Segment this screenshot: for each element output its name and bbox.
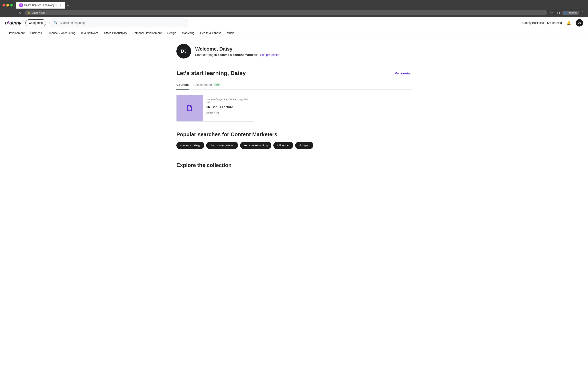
new-badge: New xyxy=(213,83,221,86)
browser-toolbar: ← → ↻ 🔒 udemy.com ☆ ⊟ 👤 Incognito ⋮ xyxy=(0,8,588,17)
tab-title: Online Courses - Learn Anythi... xyxy=(24,4,57,7)
incognito-label: Incognito xyxy=(568,11,577,14)
my-learning-link[interactable]: My learning xyxy=(395,72,412,75)
reload-button[interactable]: ↻ xyxy=(17,10,23,16)
welcome-heading: Welcome, Daisy xyxy=(195,46,280,52)
nav-office[interactable]: Office Productivity xyxy=(101,29,130,37)
nav-health[interactable]: Health & Fitness xyxy=(198,29,224,37)
welcome-avatar: DJ xyxy=(176,44,191,58)
lock-icon: 🔒 xyxy=(27,11,30,14)
welcome-subtext: Start learning to become a content marke… xyxy=(195,53,280,57)
course-info: Modern Copywriting: Writing copy that se… xyxy=(203,95,254,121)
search-icon: 🔍 xyxy=(54,21,58,25)
tab-close-button[interactable]: × xyxy=(59,3,62,7)
welcome-become: become xyxy=(218,53,229,57)
welcome-subtext-start: Start learning to xyxy=(195,53,218,57)
category-nav: Development Business Finance & Accountin… xyxy=(0,29,588,37)
udemy-logo[interactable]: udemy xyxy=(5,20,21,26)
learning-section: Let's start learning, Daisy My learning … xyxy=(172,63,416,122)
search-input[interactable]: Search for anything xyxy=(60,21,184,25)
nav-marketing[interactable]: Marketing xyxy=(179,29,197,37)
explore-collection-section: Explore the collection xyxy=(172,152,416,168)
welcome-section: DJ Welcome, Daisy Start learning to beco… xyxy=(172,37,416,63)
tag-influencer[interactable]: influencer xyxy=(273,142,293,149)
nav-development[interactable]: Development xyxy=(5,29,27,37)
welcome-profession: content marketer xyxy=(233,53,258,57)
nav-music[interactable]: Music xyxy=(224,29,237,37)
user-avatar[interactable]: DJ xyxy=(576,19,583,26)
course-document-icon: 🗋 xyxy=(186,104,194,113)
nav-business[interactable]: Business xyxy=(27,29,45,37)
course-meta: Article • 1m xyxy=(207,111,251,114)
nav-design[interactable]: Design xyxy=(164,29,179,37)
learning-header: Let's start learning, Daisy My learning xyxy=(176,70,412,76)
welcome-subtext-mid: a xyxy=(230,53,233,57)
active-tab[interactable]: U Online Courses - Learn Anythi... × xyxy=(16,2,65,8)
popular-searches-section: Popular searches for Content Marketers c… xyxy=(172,122,416,149)
window-controls xyxy=(2,4,13,7)
course-card[interactable]: 🗋 Modern Copywriting: Writing copy that … xyxy=(176,95,254,122)
search-tags-row: content strategy blog content writing se… xyxy=(176,142,412,149)
url-text: udemy.com xyxy=(32,11,45,14)
avatar-icon: 👤 xyxy=(564,11,567,14)
notification-button[interactable]: 🔔 xyxy=(565,19,572,26)
address-bar[interactable]: 🔒 udemy.com xyxy=(25,10,547,15)
tab-courses[interactable]: Courses xyxy=(176,81,189,90)
tag-vlogging[interactable]: vlogging xyxy=(295,142,313,149)
incognito-badge[interactable]: 👤 Incognito xyxy=(562,11,579,15)
categories-button[interactable]: Categories xyxy=(25,19,46,26)
nav-personal-dev[interactable]: Personal Development xyxy=(130,29,164,37)
tag-blog-content-writing[interactable]: blog content writing xyxy=(206,142,238,149)
maximize-window-button[interactable] xyxy=(10,4,13,7)
toolbar-actions: ☆ ⊟ 👤 Incognito ⋮ xyxy=(549,10,586,16)
tab-overview-icon[interactable]: ⊟ xyxy=(555,10,561,16)
new-tab-button[interactable]: + xyxy=(65,3,71,8)
nav-it-software[interactable]: IT & Software xyxy=(78,29,101,37)
back-button[interactable]: ← xyxy=(2,10,8,16)
tag-seo-content-writing[interactable]: seo content writing xyxy=(240,142,271,149)
course-title: 66. Bonus Lecture xyxy=(207,105,251,109)
search-bar[interactable]: 🔍 Search for anything xyxy=(49,18,188,27)
popular-searches-title: Popular searches for Content Marketers xyxy=(176,131,412,138)
learning-title: Let's start learning, Daisy xyxy=(176,70,246,76)
tab-favicon: U xyxy=(19,3,23,7)
site-header: udemy Categories 🔍 Search for anything U… xyxy=(0,17,588,29)
logo-dot xyxy=(8,21,9,23)
course-thumbnail: 🗋 xyxy=(177,95,203,121)
my-learning-nav-link[interactable]: My learning xyxy=(547,21,562,25)
close-window-button[interactable] xyxy=(2,4,5,7)
nav-finance[interactable]: Finance & Accounting xyxy=(45,29,78,37)
browser-tabs: U Online Courses - Learn Anythi... × + xyxy=(16,2,581,8)
welcome-text: Welcome, Daisy Start learning to become … xyxy=(195,46,280,57)
browser-chrome: U Online Courses - Learn Anythi... × + ⋮ xyxy=(0,0,588,8)
bookmark-icon[interactable]: ☆ xyxy=(549,10,554,16)
explore-collection-title: Explore the collection xyxy=(176,162,412,168)
content-tabs: Courses Assessments New xyxy=(176,81,412,90)
tab-assessments[interactable]: Assessments New xyxy=(194,81,221,90)
tab-assessments-label: Assessments xyxy=(194,83,212,86)
minimize-window-button[interactable] xyxy=(6,4,9,7)
logo-text: u xyxy=(5,20,8,25)
browser-menu-button[interactable]: ⋮ xyxy=(580,10,586,16)
forward-button[interactable]: → xyxy=(10,10,16,16)
browser-more-button[interactable]: ⋮ xyxy=(582,3,586,7)
edit-profession-link[interactable]: Edit profession xyxy=(260,53,280,57)
header-right: Udemy Business My learning 🔔 DJ xyxy=(522,19,583,26)
course-subtitle: Modern Copywriting: Writing copy that se… xyxy=(207,98,251,104)
tab-courses-label: Courses xyxy=(176,83,189,86)
tag-content-strategy[interactable]: content strategy xyxy=(176,142,204,149)
udemy-business-link[interactable]: Udemy Business xyxy=(522,21,544,25)
logo-text-2: demy xyxy=(9,20,21,25)
